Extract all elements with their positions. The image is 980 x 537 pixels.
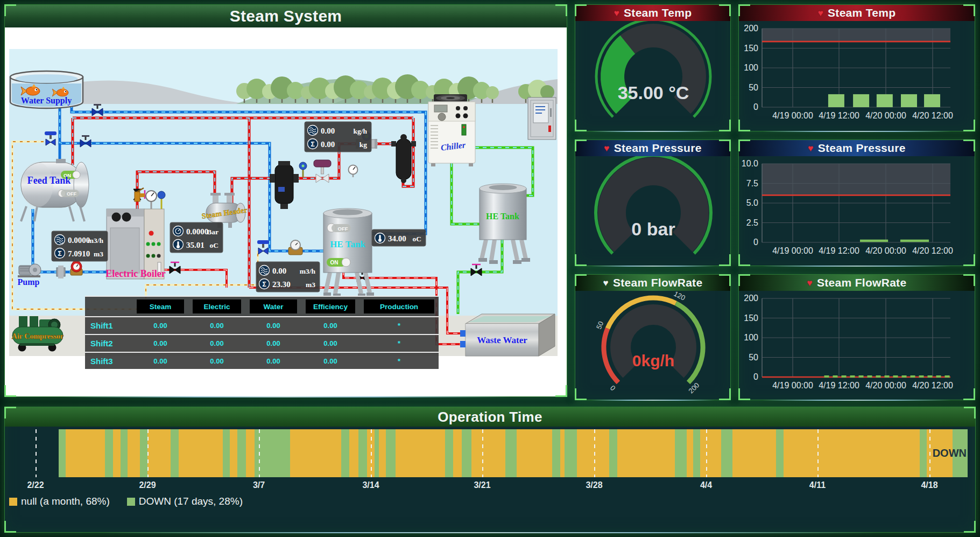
svg-text:m3: m3 [306,281,315,289]
corner-bracket [738,274,750,286]
panel-gauge-steam-temp: ♥ Steam Temp 35.00 °C [575,4,731,131]
gauge-title: Steam Temp [624,6,692,19]
timeline-tick-label: 3/14 [349,480,392,490]
timeline-segment-null [577,429,609,477]
timeline-segment-down [552,429,560,477]
he-tank-off-badge[interactable]: OFF [327,224,351,232]
timeline-tick-label: 4/11 [796,480,839,490]
svg-text:0: 0 [609,383,617,392]
timeline-tick-label: 3/7 [237,480,280,490]
operation-timeline: DOWN null (a month, 68%)DOWN (17 days, 2… [5,427,975,532]
timeline-segment-down [121,429,128,477]
corner-bracket [738,388,750,400]
svg-text:0.00: 0.00 [321,127,335,135]
timeline-segment-down [386,429,396,477]
timeline-tick [147,429,149,477]
corner-bracket [738,120,750,131]
timeline-segment-null [230,429,237,477]
waste-water-tank: Waste Water [460,314,555,356]
timeline-segment-down [140,429,147,477]
chart-steam-pressure-header: ♥ Steam Pressure [739,140,975,156]
svg-text:4/19 12:00: 4/19 12:00 [819,246,859,255]
corner-bracket [555,385,567,397]
svg-text:Bar: Bar [207,228,218,236]
corner-bracket [4,521,16,533]
svg-text:100: 100 [744,63,758,72]
svg-text:4/20 12:00: 4/20 12:00 [912,111,953,120]
panel-chart-steam-flowrate: ♥ Steam FlowRate 2001501005004/19 00:004… [738,274,975,400]
svg-text:4/20 00:00: 4/20 00:00 [865,246,906,255]
svg-text:4/20 00:00: 4/20 00:00 [865,111,906,120]
svg-text:Σ: Σ [58,250,61,257]
he-tank-right-label: HE Tank [486,212,519,221]
steam-system-title-bar: Steam System [5,5,567,27]
panel-steam-system: Steam System [4,4,567,397]
timeline-segment-null [396,429,445,477]
gauge-steam-flowrate-header: ♥ Steam FlowRate [575,275,730,291]
panel-gauge-steam-pressure: ♥ Steam Pressure 0 bar [575,140,731,266]
svg-text:4/19 00:00: 4/19 00:00 [772,111,813,120]
svg-text:35.00 °C: 35.00 °C [618,82,689,103]
page-title: Steam System [230,7,342,25]
svg-text:0kg/h: 0kg/h [632,352,674,369]
corner-bracket [575,254,587,266]
svg-text:0.00: 0.00 [272,267,286,275]
heart-icon: ♥ [808,144,813,153]
svg-text:0: 0 [753,238,758,247]
svg-text:150: 150 [744,313,758,323]
readout-boiler: 0.0000Bar35.01oC [170,222,223,253]
timeline-tick [259,429,260,477]
chart-steam-flowrate-header: ♥ Steam FlowRate [739,275,975,291]
timeline-segment-null [147,429,171,477]
svg-text:Σ: Σ [262,281,266,288]
column-header-production: Production [364,299,434,313]
timeline-segment-null [700,429,721,477]
corner-bracket [575,388,587,400]
corner-bracket [555,4,567,16]
heart-icon: ♥ [604,144,609,153]
timeline-segment-down [341,429,349,477]
pipe-cross-fitting [57,266,65,278]
feed-tank-off-badge[interactable]: OFF [58,190,79,197]
readout-feedwater: 0.0000m3/hΣ7.0910m3 [52,231,108,261]
svg-text:4/19 12:00: 4/19 12:00 [819,111,859,120]
corner-bracket [738,4,750,16]
timeline-tick [371,429,372,477]
timeline-segment-down [59,429,66,477]
electric-boiler-label: Electric Boiler [105,268,165,279]
readout-he_temp: 34.00oC [372,229,426,246]
timeline-tick-label: 3/28 [573,480,616,490]
panel-operation-time: Operation Time DOWN null (a month, 68%)D… [4,407,976,533]
svg-text:34.00: 34.00 [388,234,406,243]
timeline-tick-label: 2/29 [126,480,169,490]
corner-bracket [963,4,975,16]
timeline-segment-down [237,429,246,477]
chart-title: Steam FlowRate [817,276,906,289]
column-header-water: Water [250,299,297,313]
svg-text:oC: oC [210,241,219,249]
timeline-segment-down [462,429,471,477]
corner-bracket [719,254,731,266]
steam-pressure-chart: 10.07.55.02.504/19 00:004/19 12:004/20 0… [739,156,976,266]
column-header-steam: Steam [137,299,184,313]
timeline-tick-label: 4/18 [908,480,951,490]
column-header-electric: Electric [193,299,241,313]
timeline-segment-null [517,429,552,477]
svg-text:ON: ON [330,260,339,266]
corner-bracket [963,120,975,131]
gauge-steam-pressure-header: ♥ Steam Pressure [575,140,730,156]
svg-text:0: 0 [753,102,758,111]
corner-bracket [963,388,975,400]
timeline-segment-null [617,429,675,477]
table-row: Shift30.000.000.000.00* [85,352,439,369]
water-supply-tank: Water Supply [10,71,83,108]
gauge-title: Steam FlowRate [613,276,702,289]
timeline-segment-down [105,429,113,477]
svg-text:200: 200 [744,294,758,303]
he-tank-on-badge[interactable]: ON [327,258,350,267]
heart-icon: ♥ [614,9,619,18]
timeline-segment-down [445,429,453,477]
svg-text:23.30: 23.30 [272,280,291,289]
operation-time-header: Operation Time [5,407,975,427]
timeline-segment-null [379,429,386,477]
